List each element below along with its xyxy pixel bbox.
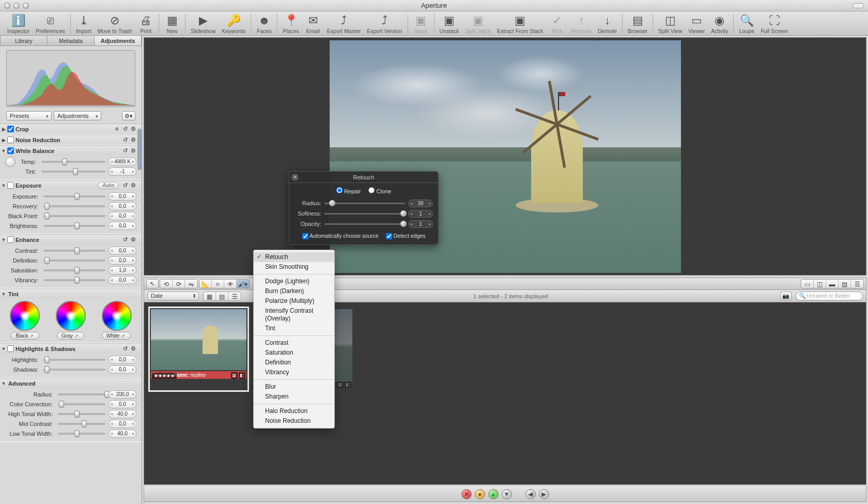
toolbar-places[interactable]: 📍Places	[280, 12, 302, 34]
rating-stars[interactable]: ★★★★★	[152, 373, 177, 379]
slider-track[interactable]	[43, 269, 105, 271]
slider-track[interactable]	[58, 413, 105, 415]
gear-icon[interactable]: ⚙	[129, 136, 137, 143]
minimize-window-button[interactable]	[13, 3, 20, 9]
noise-checkbox[interactable]	[7, 136, 14, 143]
slider-track[interactable]	[43, 225, 105, 227]
toolbar-loupe[interactable]: 🔍Loupe	[736, 12, 757, 34]
toolbar-keywords[interactable]: 🔑Keywords	[219, 12, 249, 34]
temp-value[interactable]: 4989 K	[109, 158, 136, 166]
repair-radio[interactable]: Repair	[336, 188, 361, 194]
toolbar-export-version[interactable]: ⤴Export Version	[364, 12, 405, 34]
slider-value[interactable]: 200,0	[109, 390, 136, 399]
slider-value[interactable]: 0,0	[109, 420, 136, 428]
view-mode-4[interactable]: ▤	[839, 280, 851, 288]
ctx-sharpen[interactable]: Sharpen	[254, 392, 334, 402]
ctx-noise-reduction[interactable]: Noise Reduction	[254, 416, 334, 426]
tint-wheel-black[interactable]	[10, 301, 40, 331]
toolbar-unstack[interactable]: ▣Unstack	[437, 12, 462, 34]
reset-icon[interactable]: ↺	[121, 147, 129, 154]
slider-value[interactable]: 0,0	[109, 365, 136, 374]
opacity-value[interactable]: 1	[408, 220, 433, 228]
reject-button[interactable]: ✕	[461, 489, 472, 499]
slider-value[interactable]: 0,0	[109, 400, 136, 408]
toolbar-email[interactable]: ✉Email	[302, 12, 324, 34]
slider-value[interactable]: 0,0	[109, 202, 136, 210]
ctx-contrast[interactable]: Contrast	[254, 338, 334, 348]
thumbnail-browser[interactable]: 2 ★★★★★ ▦◧ Version Name: mulino ▦◧	[144, 302, 866, 485]
ctx-retouch[interactable]: Retouch	[254, 252, 334, 262]
reset-icon[interactable]: ↺	[121, 236, 129, 243]
slider-value[interactable]: 0,0	[109, 192, 136, 201]
grid-view-2[interactable]: ▤	[216, 292, 228, 301]
ctx-saturation[interactable]: Saturation	[254, 348, 334, 358]
grid-view-1[interactable]: ▦	[204, 292, 216, 301]
gear-icon[interactable]: ⚙	[129, 126, 137, 132]
white-eyedropper[interactable]: White	[102, 332, 131, 340]
rotate-ccw-button[interactable]: ⟲	[160, 280, 173, 288]
view-mode-3[interactable]: ▬	[826, 280, 839, 288]
ctx-dodge-lighten-[interactable]: Dodge (Lighten)	[254, 277, 334, 286]
filter-camera-icon[interactable]: 📷	[780, 292, 792, 300]
disclosure-icon[interactable]: ▼	[1, 237, 6, 242]
view-mode-2[interactable]: ◫	[814, 280, 826, 288]
exposure-checkbox[interactable]	[7, 182, 14, 189]
retouch-hud[interactable]: ✕ Retouch Repair Clone Radius: 38 Softne…	[289, 171, 439, 245]
tab-library[interactable]: Library	[0, 36, 48, 46]
flip-button[interactable]: ⇋	[185, 280, 197, 288]
close-icon[interactable]: ✕	[291, 174, 299, 181]
toolbar-faces[interactable]: ☻Faces	[253, 12, 275, 34]
gear-icon[interactable]: ⚙	[129, 182, 137, 189]
slider-value[interactable]: 1,0	[109, 266, 136, 274]
radius-slider[interactable]	[324, 203, 405, 204]
crop-tool[interactable]: ⌗	[212, 280, 224, 288]
slider-track[interactable]	[58, 393, 105, 395]
crop-icon[interactable]: ⌗	[113, 126, 121, 132]
slider-track[interactable]	[43, 195, 105, 197]
disclosure-icon[interactable]: ▼	[1, 292, 6, 297]
viewer-canvas[interactable]: ✕ Retouch Repair Clone Radius: 38 Softne…	[144, 37, 866, 276]
tab-adjustments[interactable]: Adjustments	[95, 36, 142, 46]
close-window-button[interactable]	[4, 3, 10, 9]
tab-metadata[interactable]: Metadata	[48, 36, 95, 46]
slider-track[interactable]	[43, 359, 105, 361]
slider-value[interactable]: 0,0	[109, 247, 136, 255]
slider-track[interactable]	[43, 250, 105, 252]
toolbar-activity[interactable]: ◉Activity	[708, 12, 731, 34]
ctx-tint[interactable]: Tint	[254, 324, 334, 333]
toolbar-preferences[interactable]: ⎚Preferences	[33, 12, 68, 34]
toolbar-import[interactable]: ⤓Import	[73, 12, 95, 34]
slider-value[interactable]: 0,0	[109, 276, 136, 284]
gray-eyedropper[interactable]: Gray	[57, 332, 84, 340]
softness-value[interactable]: 1	[408, 210, 433, 218]
zoom-window-button[interactable]	[23, 3, 29, 9]
temp-slider[interactable]	[41, 161, 105, 163]
sidebar-scrollbar[interactable]	[137, 129, 142, 170]
disclosure-icon[interactable]: ▶	[1, 127, 6, 132]
slider-value[interactable]: 0,0	[109, 212, 136, 220]
adjustments-dropdown[interactable]: Adjustments	[54, 111, 101, 120]
rotate-cw-button[interactable]: ⟳	[173, 280, 185, 288]
slider-value[interactable]: 0,0	[109, 256, 136, 265]
opacity-slider[interactable]	[324, 223, 405, 225]
slider-track[interactable]	[43, 205, 105, 207]
search-field[interactable]: 🔍 Unrated or Better	[796, 292, 863, 300]
toolbar-slideshow[interactable]: ▶Slideshow	[188, 12, 219, 34]
black-eyedropper[interactable]: Black	[11, 332, 39, 340]
next-button[interactable]: ▶	[539, 489, 549, 499]
eyedropper-icon[interactable]	[5, 157, 16, 167]
slider-track[interactable]	[43, 369, 105, 371]
arrow-tool[interactable]: ↖	[146, 279, 159, 288]
reset-icon[interactable]: ↺	[121, 345, 129, 352]
presets-dropdown[interactable]: Presets	[6, 111, 52, 120]
brush-context-menu[interactable]: RetouchSkin SmoothingDodge (Lighten)Burn…	[253, 250, 335, 429]
ctx-blur[interactable]: Blur	[254, 382, 334, 392]
enhance-checkbox[interactable]	[7, 236, 14, 243]
slider-value[interactable]: 0,0	[109, 222, 136, 230]
radius-value[interactable]: 38	[408, 200, 433, 207]
brush-tool[interactable]: 🖌▾	[237, 280, 249, 288]
softness-slider[interactable]	[324, 213, 405, 215]
toolbar-move-to-trash[interactable]: ⊘Move to Trash	[95, 12, 135, 34]
toolbar-extract-from-stack[interactable]: ▣Extract From Stack	[494, 12, 546, 34]
neutral-button[interactable]: ▼	[502, 489, 512, 499]
